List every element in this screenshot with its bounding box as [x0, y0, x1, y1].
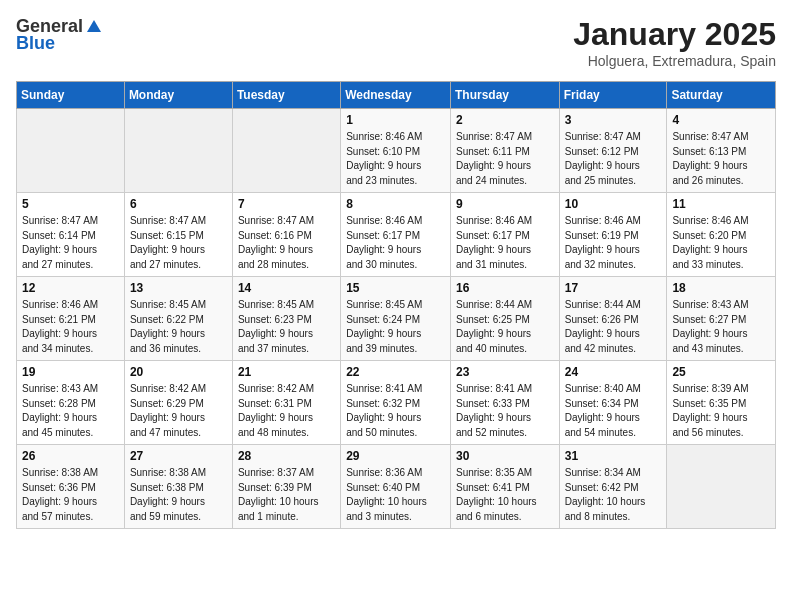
calendar-cell: 30Sunrise: 8:35 AMSunset: 6:41 PMDayligh…: [450, 445, 559, 529]
day-number: 4: [672, 113, 770, 127]
calendar-cell: 29Sunrise: 8:36 AMSunset: 6:40 PMDayligh…: [341, 445, 451, 529]
calendar-cell: 1Sunrise: 8:46 AMSunset: 6:10 PMDaylight…: [341, 109, 451, 193]
day-info: Sunrise: 8:37 AMSunset: 6:39 PMDaylight:…: [238, 466, 335, 524]
day-info: Sunrise: 8:44 AMSunset: 6:26 PMDaylight:…: [565, 298, 662, 356]
calendar-cell: 22Sunrise: 8:41 AMSunset: 6:32 PMDayligh…: [341, 361, 451, 445]
day-info: Sunrise: 8:41 AMSunset: 6:32 PMDaylight:…: [346, 382, 445, 440]
day-info: Sunrise: 8:42 AMSunset: 6:31 PMDaylight:…: [238, 382, 335, 440]
day-info: Sunrise: 8:44 AMSunset: 6:25 PMDaylight:…: [456, 298, 554, 356]
day-number: 23: [456, 365, 554, 379]
calendar-cell: 21Sunrise: 8:42 AMSunset: 6:31 PMDayligh…: [232, 361, 340, 445]
calendar-subtitle: Holguera, Extremadura, Spain: [573, 53, 776, 69]
calendar-cell: 14Sunrise: 8:45 AMSunset: 6:23 PMDayligh…: [232, 277, 340, 361]
day-info: Sunrise: 8:40 AMSunset: 6:34 PMDaylight:…: [565, 382, 662, 440]
day-number: 21: [238, 365, 335, 379]
calendar-cell: [232, 109, 340, 193]
day-number: 29: [346, 449, 445, 463]
page-header: General Blue January 2025 Holguera, Extr…: [16, 16, 776, 69]
calendar-cell: 10Sunrise: 8:46 AMSunset: 6:19 PMDayligh…: [559, 193, 667, 277]
calendar-cell: 5Sunrise: 8:47 AMSunset: 6:14 PMDaylight…: [17, 193, 125, 277]
calendar-cell: 25Sunrise: 8:39 AMSunset: 6:35 PMDayligh…: [667, 361, 776, 445]
calendar-cell: 27Sunrise: 8:38 AMSunset: 6:38 PMDayligh…: [124, 445, 232, 529]
day-info: Sunrise: 8:46 AMSunset: 6:17 PMDaylight:…: [456, 214, 554, 272]
calendar-cell: 12Sunrise: 8:46 AMSunset: 6:21 PMDayligh…: [17, 277, 125, 361]
calendar-cell: 31Sunrise: 8:34 AMSunset: 6:42 PMDayligh…: [559, 445, 667, 529]
calendar-cell: 24Sunrise: 8:40 AMSunset: 6:34 PMDayligh…: [559, 361, 667, 445]
day-number: 9: [456, 197, 554, 211]
calendar-cell: 15Sunrise: 8:45 AMSunset: 6:24 PMDayligh…: [341, 277, 451, 361]
calendar-cell: [17, 109, 125, 193]
day-number: 14: [238, 281, 335, 295]
day-number: 11: [672, 197, 770, 211]
logo-blue-text: Blue: [16, 33, 55, 54]
calendar-cell: 16Sunrise: 8:44 AMSunset: 6:25 PMDayligh…: [450, 277, 559, 361]
day-number: 18: [672, 281, 770, 295]
day-info: Sunrise: 8:38 AMSunset: 6:36 PMDaylight:…: [22, 466, 119, 524]
calendar-table: SundayMondayTuesdayWednesdayThursdayFrid…: [16, 81, 776, 529]
day-number: 20: [130, 365, 227, 379]
day-number: 8: [346, 197, 445, 211]
day-info: Sunrise: 8:34 AMSunset: 6:42 PMDaylight:…: [565, 466, 662, 524]
day-number: 16: [456, 281, 554, 295]
calendar-cell: 19Sunrise: 8:43 AMSunset: 6:28 PMDayligh…: [17, 361, 125, 445]
calendar-cell: 17Sunrise: 8:44 AMSunset: 6:26 PMDayligh…: [559, 277, 667, 361]
day-info: Sunrise: 8:36 AMSunset: 6:40 PMDaylight:…: [346, 466, 445, 524]
header-friday: Friday: [559, 82, 667, 109]
calendar-cell: 7Sunrise: 8:47 AMSunset: 6:16 PMDaylight…: [232, 193, 340, 277]
day-number: 28: [238, 449, 335, 463]
day-info: Sunrise: 8:45 AMSunset: 6:24 PMDaylight:…: [346, 298, 445, 356]
calendar-cell: 3Sunrise: 8:47 AMSunset: 6:12 PMDaylight…: [559, 109, 667, 193]
day-info: Sunrise: 8:47 AMSunset: 6:16 PMDaylight:…: [238, 214, 335, 272]
header-tuesday: Tuesday: [232, 82, 340, 109]
calendar-cell: 4Sunrise: 8:47 AMSunset: 6:13 PMDaylight…: [667, 109, 776, 193]
calendar-cell: [667, 445, 776, 529]
calendar-title: January 2025: [573, 16, 776, 53]
calendar-cell: 8Sunrise: 8:46 AMSunset: 6:17 PMDaylight…: [341, 193, 451, 277]
day-number: 12: [22, 281, 119, 295]
day-info: Sunrise: 8:39 AMSunset: 6:35 PMDaylight:…: [672, 382, 770, 440]
header-monday: Monday: [124, 82, 232, 109]
day-info: Sunrise: 8:38 AMSunset: 6:38 PMDaylight:…: [130, 466, 227, 524]
calendar-cell: 13Sunrise: 8:45 AMSunset: 6:22 PMDayligh…: [124, 277, 232, 361]
header-thursday: Thursday: [450, 82, 559, 109]
day-number: 15: [346, 281, 445, 295]
day-number: 25: [672, 365, 770, 379]
calendar-header-row: SundayMondayTuesdayWednesdayThursdayFrid…: [17, 82, 776, 109]
day-number: 31: [565, 449, 662, 463]
calendar-cell: 6Sunrise: 8:47 AMSunset: 6:15 PMDaylight…: [124, 193, 232, 277]
header-wednesday: Wednesday: [341, 82, 451, 109]
logo: General Blue: [16, 16, 103, 54]
day-number: 27: [130, 449, 227, 463]
calendar-cell: 2Sunrise: 8:47 AMSunset: 6:11 PMDaylight…: [450, 109, 559, 193]
day-info: Sunrise: 8:43 AMSunset: 6:28 PMDaylight:…: [22, 382, 119, 440]
day-info: Sunrise: 8:47 AMSunset: 6:11 PMDaylight:…: [456, 130, 554, 188]
day-info: Sunrise: 8:47 AMSunset: 6:15 PMDaylight:…: [130, 214, 227, 272]
calendar-cell: 18Sunrise: 8:43 AMSunset: 6:27 PMDayligh…: [667, 277, 776, 361]
day-number: 10: [565, 197, 662, 211]
day-info: Sunrise: 8:41 AMSunset: 6:33 PMDaylight:…: [456, 382, 554, 440]
logo-icon: [85, 18, 103, 36]
header-sunday: Sunday: [17, 82, 125, 109]
day-info: Sunrise: 8:45 AMSunset: 6:23 PMDaylight:…: [238, 298, 335, 356]
calendar-cell: 20Sunrise: 8:42 AMSunset: 6:29 PMDayligh…: [124, 361, 232, 445]
day-info: Sunrise: 8:47 AMSunset: 6:12 PMDaylight:…: [565, 130, 662, 188]
header-saturday: Saturday: [667, 82, 776, 109]
day-info: Sunrise: 8:35 AMSunset: 6:41 PMDaylight:…: [456, 466, 554, 524]
day-number: 13: [130, 281, 227, 295]
day-number: 2: [456, 113, 554, 127]
calendar-week-row: 1Sunrise: 8:46 AMSunset: 6:10 PMDaylight…: [17, 109, 776, 193]
calendar-cell: 9Sunrise: 8:46 AMSunset: 6:17 PMDaylight…: [450, 193, 559, 277]
day-info: Sunrise: 8:47 AMSunset: 6:14 PMDaylight:…: [22, 214, 119, 272]
calendar-cell: 26Sunrise: 8:38 AMSunset: 6:36 PMDayligh…: [17, 445, 125, 529]
calendar-cell: 11Sunrise: 8:46 AMSunset: 6:20 PMDayligh…: [667, 193, 776, 277]
day-number: 17: [565, 281, 662, 295]
calendar-week-row: 26Sunrise: 8:38 AMSunset: 6:36 PMDayligh…: [17, 445, 776, 529]
day-number: 6: [130, 197, 227, 211]
day-info: Sunrise: 8:47 AMSunset: 6:13 PMDaylight:…: [672, 130, 770, 188]
day-number: 24: [565, 365, 662, 379]
day-info: Sunrise: 8:46 AMSunset: 6:17 PMDaylight:…: [346, 214, 445, 272]
calendar-cell: [124, 109, 232, 193]
day-info: Sunrise: 8:46 AMSunset: 6:19 PMDaylight:…: [565, 214, 662, 272]
day-info: Sunrise: 8:45 AMSunset: 6:22 PMDaylight:…: [130, 298, 227, 356]
day-number: 7: [238, 197, 335, 211]
